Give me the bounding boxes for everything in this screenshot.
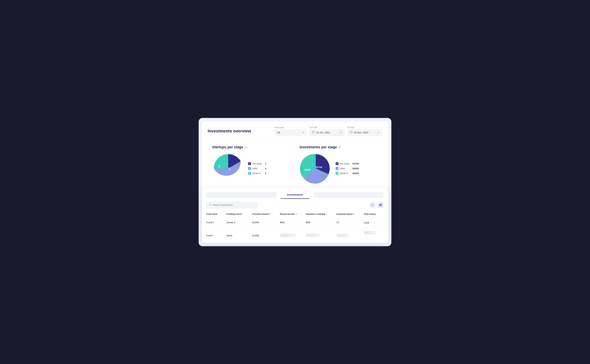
col-label: Total shares xyxy=(364,213,376,215)
pie-label-1: 1 xyxy=(219,165,220,168)
total-shares-value: 1025 xyxy=(364,221,369,224)
sort-icon: ⇅ xyxy=(353,213,355,215)
col-sort[interactable]: Acquired shares ⇅ xyxy=(336,213,355,215)
svg-rect-13 xyxy=(381,205,382,206)
investments-chart-title: Investments per stage xyxy=(300,145,337,149)
col-label: Fund name xyxy=(206,213,217,215)
seriesa-label: Series A xyxy=(252,172,262,175)
calendar-icon xyxy=(312,131,315,134)
row-actions-button[interactable]: ⋮ xyxy=(372,220,378,225)
fund-name-select[interactable]: All ▾ xyxy=(275,129,307,136)
row-actions-button[interactable]: ⋮ xyxy=(364,235,369,240)
seed-checkbox[interactable] xyxy=(248,167,251,170)
tab-placeholder-right xyxy=(313,192,384,198)
startups-per-stage-chart: Startups per stage i xyxy=(208,141,295,190)
col-round-amount: Round amount ⇅ xyxy=(275,211,301,217)
investments-table: Fund name Funding round ⇅ Invested amoun… xyxy=(202,211,388,243)
skeleton-loader xyxy=(336,234,349,237)
cell-valuation: $5M xyxy=(301,217,332,228)
inv-preseed-value: $270K xyxy=(353,162,359,165)
bottom-card: Investments + xyxy=(202,188,388,243)
tab-investments[interactable]: Investments xyxy=(281,191,309,199)
cell-fund-name: Fund II xyxy=(202,217,222,228)
investments-pie-chart: $270K $425K xyxy=(300,152,332,185)
seriesa-checkbox[interactable] xyxy=(248,172,251,175)
svg-line-9 xyxy=(211,205,211,206)
inv-preseed-checkbox[interactable] xyxy=(336,162,339,165)
col-acquired-shares: Acquired shares ⇅ xyxy=(332,211,359,217)
col-sort[interactable]: Valuation of startup ⇅ xyxy=(306,213,327,215)
cell-round-amount-skeleton xyxy=(275,228,301,243)
seed-label: Seed xyxy=(252,167,262,170)
col-sort[interactable]: Invested amount ⇅ xyxy=(252,213,271,215)
start-date-input[interactable]: 13 Jun, 2023 ✕ xyxy=(309,129,344,136)
startups-chart-title: Startups per stage xyxy=(212,145,243,149)
inv-seed-checkbox[interactable] xyxy=(336,167,339,170)
search-input[interactable] xyxy=(213,204,255,206)
startups-legend: Pre-Seed 1 Seed 4 xyxy=(248,162,266,175)
col-label: Invested amount xyxy=(252,213,269,215)
fund-name-value: All xyxy=(277,131,302,134)
close-icon[interactable]: ✕ xyxy=(340,131,342,134)
add-button[interactable]: + xyxy=(369,202,376,208)
end-date-input[interactable]: 09 Dec, 2024 ✕ xyxy=(347,129,382,136)
filter-group: Fund name All ▾ Start date 13 Jun, 2023 … xyxy=(275,126,382,136)
search-box[interactable] xyxy=(206,202,258,208)
top-card: Investments overview Fund name All ▾ Sta… xyxy=(202,121,388,190)
info-icon[interactable]: i xyxy=(338,146,341,149)
col-valuation: Valuation of startup ⇅ xyxy=(301,211,332,217)
col-sort[interactable]: Round amount ⇅ xyxy=(280,213,297,215)
cell-funding-round: Series A xyxy=(222,217,248,228)
charts-row: Startups per stage i xyxy=(208,140,382,190)
search-icon xyxy=(209,203,212,207)
investments-chart-content: $270K $425K Pre-Seed $270K xyxy=(300,152,378,185)
col-sort[interactable]: Funding round ⇅ xyxy=(226,213,243,215)
col-sort[interactable]: Total shares xyxy=(364,213,376,215)
inv-seriesa-checkbox[interactable] xyxy=(336,172,339,175)
info-icon[interactable]: i xyxy=(244,146,248,149)
skeleton-loader xyxy=(280,234,296,237)
col-sort[interactable]: Fund name xyxy=(206,213,217,215)
inv-seriesa-label: Series A xyxy=(340,172,349,175)
investments-per-stage-chart: Investments per stage i xyxy=(295,141,382,190)
col-label: Round amount xyxy=(280,213,295,215)
seriesa-value: 1 xyxy=(265,172,266,175)
tab-placeholder-left xyxy=(206,192,277,198)
inv-label-seriesa: $425K xyxy=(304,169,311,171)
col-fund-name: Fund name xyxy=(202,211,222,217)
start-date-filter: Start date 13 Jun, 2023 ✕ xyxy=(309,126,344,136)
col-total-shares: Total shares xyxy=(359,211,388,217)
tabs-row: Investments xyxy=(202,188,388,199)
end-date-value: 09 Dec, 2024 xyxy=(354,131,376,134)
svg-rect-4 xyxy=(350,131,352,133)
startups-pie-chart: 1 1 xyxy=(212,152,244,185)
col-label: Valuation of startup xyxy=(306,213,325,215)
preseed-checkbox[interactable] xyxy=(248,162,251,165)
pie-svg xyxy=(212,152,244,185)
col-label: Funding round xyxy=(226,213,241,215)
inv-chart-title-row: Investments per stage i xyxy=(300,145,378,149)
skeleton-loader xyxy=(306,234,320,237)
svg-rect-12 xyxy=(380,205,380,206)
preseed-label: Pre-Seed xyxy=(252,162,262,165)
end-date-filter: End date 09 Dec, 2024 ✕ xyxy=(347,126,382,136)
calendar-icon xyxy=(350,131,352,134)
fund-name-label: Fund name xyxy=(275,126,307,129)
svg-rect-10 xyxy=(380,204,380,205)
header-row: Investments overview Fund name All ▾ Sta… xyxy=(208,126,382,136)
pie-label-2: 1 xyxy=(229,167,230,170)
page-title: Investments overview xyxy=(208,129,251,134)
cell-total-shares: 1025 ⋮ xyxy=(359,217,388,228)
close-icon[interactable]: ✕ xyxy=(378,131,380,134)
col-invested-amount: Invested amount ⇅ xyxy=(248,211,275,217)
table-row: Fund I Seed $100K ⋮ xyxy=(202,228,388,243)
col-label: Acquired shares xyxy=(336,213,353,215)
table-row: Fund II Series A $125K $5M $5M 25 1025 ⋮ xyxy=(202,217,388,228)
cell-acquired-skeleton xyxy=(332,228,359,243)
investments-legend: Pre-Seed $270K Seed $250K xyxy=(336,162,359,175)
inv-seed-value: $250K xyxy=(353,167,359,170)
start-date-value: 13 Jun, 2023 xyxy=(316,131,338,134)
inv-preseed-label: Pre-Seed xyxy=(340,162,349,165)
preseed-value: 1 xyxy=(265,162,266,165)
grid-view-button[interactable] xyxy=(378,202,384,208)
